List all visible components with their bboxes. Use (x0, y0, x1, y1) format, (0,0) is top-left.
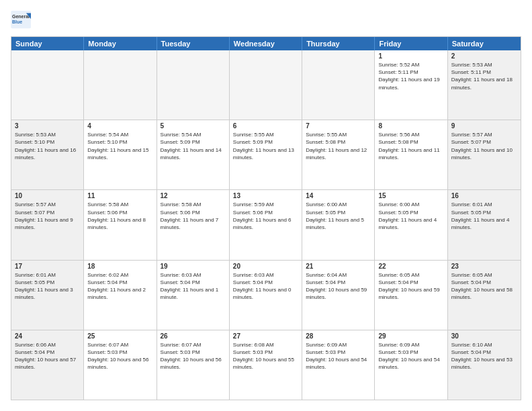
cal-cell: 4Sunrise: 5:54 AMSunset: 5:10 PMDaylight… (84, 120, 157, 189)
day-number: 3 (15, 122, 80, 130)
logo-icon: General Blue (11, 11, 32, 30)
cal-cell: 2Sunrise: 5:53 AMSunset: 5:11 PMDaylight… (448, 50, 521, 120)
day-info: Sunrise: 5:55 AMSunset: 5:08 PMDaylight:… (306, 131, 371, 161)
day-info: Sunrise: 6:09 AMSunset: 5:03 PMDaylight:… (378, 341, 443, 371)
cal-cell: 11Sunrise: 5:58 AMSunset: 5:06 PMDayligh… (84, 190, 157, 259)
header-day-monday: Monday (84, 37, 157, 50)
cal-cell: 12Sunrise: 5:58 AMSunset: 5:06 PMDayligh… (157, 190, 230, 259)
header-day-tuesday: Tuesday (157, 37, 230, 50)
day-number: 22 (378, 263, 443, 270)
day-number: 19 (161, 263, 226, 270)
day-number: 16 (451, 192, 517, 199)
cal-cell: 25Sunrise: 6:07 AMSunset: 5:03 PMDayligh… (84, 330, 157, 400)
day-number: 2 (451, 52, 517, 60)
cal-cell: 22Sunrise: 6:05 AMSunset: 5:04 PMDayligh… (375, 261, 447, 330)
cal-cell: 1Sunrise: 5:52 AMSunset: 5:11 PMDaylight… (375, 50, 447, 120)
day-info: Sunrise: 6:01 AMSunset: 5:05 PMDaylight:… (451, 201, 517, 231)
day-number: 7 (306, 122, 371, 130)
week-row-2: 3Sunrise: 5:53 AMSunset: 5:10 PMDaylight… (11, 120, 521, 190)
day-number: 6 (233, 122, 298, 130)
cal-cell: 9Sunrise: 5:57 AMSunset: 5:07 PMDaylight… (448, 120, 521, 189)
day-info: Sunrise: 5:54 AMSunset: 5:10 PMDaylight:… (87, 131, 152, 161)
day-number: 23 (451, 263, 517, 270)
day-info: Sunrise: 5:57 AMSunset: 5:07 PMDaylight:… (15, 201, 80, 231)
week-row-5: 24Sunrise: 6:06 AMSunset: 5:04 PMDayligh… (11, 330, 521, 400)
day-info: Sunrise: 6:04 AMSunset: 5:04 PMDaylight:… (306, 271, 371, 302)
day-number: 10 (15, 192, 80, 199)
cal-cell: 6Sunrise: 5:55 AMSunset: 5:09 PMDaylight… (230, 120, 302, 189)
day-info: Sunrise: 5:57 AMSunset: 5:07 PMDaylight:… (451, 131, 517, 161)
day-number: 8 (378, 122, 443, 130)
svg-text:General: General (12, 14, 30, 19)
cal-cell: 10Sunrise: 5:57 AMSunset: 5:07 PMDayligh… (11, 190, 84, 259)
day-number: 9 (451, 122, 517, 130)
day-info: Sunrise: 6:05 AMSunset: 5:04 PMDaylight:… (378, 271, 443, 302)
day-info: Sunrise: 6:02 AMSunset: 5:04 PMDaylight:… (87, 271, 152, 302)
day-info: Sunrise: 6:00 AMSunset: 5:05 PMDaylight:… (378, 201, 443, 231)
cal-cell (230, 50, 302, 120)
cal-cell: 21Sunrise: 6:04 AMSunset: 5:04 PMDayligh… (302, 261, 375, 330)
day-number: 14 (306, 192, 371, 199)
cal-cell: 20Sunrise: 6:03 AMSunset: 5:04 PMDayligh… (230, 261, 302, 330)
day-info: Sunrise: 5:55 AMSunset: 5:09 PMDaylight:… (233, 131, 298, 161)
cal-cell (302, 50, 375, 120)
day-number: 26 (161, 332, 226, 340)
header-day-thursday: Thursday (302, 37, 375, 50)
day-number: 18 (87, 263, 152, 270)
day-number: 20 (233, 263, 298, 270)
day-number: 4 (87, 122, 152, 130)
cal-cell: 30Sunrise: 6:10 AMSunset: 5:04 PMDayligh… (448, 330, 521, 400)
cal-cell: 24Sunrise: 6:06 AMSunset: 5:04 PMDayligh… (11, 330, 84, 400)
day-info: Sunrise: 6:00 AMSunset: 5:05 PMDaylight:… (306, 201, 371, 231)
day-info: Sunrise: 6:01 AMSunset: 5:05 PMDaylight:… (15, 271, 80, 302)
cal-cell: 3Sunrise: 5:53 AMSunset: 5:10 PMDaylight… (11, 120, 84, 189)
page: General Blue SundayMondayTuesdayWednesda… (0, 0, 532, 411)
day-info: Sunrise: 5:54 AMSunset: 5:09 PMDaylight:… (161, 131, 226, 161)
cal-cell: 7Sunrise: 5:55 AMSunset: 5:08 PMDaylight… (302, 120, 375, 189)
calendar-body: 1Sunrise: 5:52 AMSunset: 5:11 PMDaylight… (11, 50, 521, 400)
cal-cell (84, 50, 157, 120)
day-number: 21 (306, 263, 371, 270)
day-number: 28 (306, 332, 371, 340)
week-row-4: 17Sunrise: 6:01 AMSunset: 5:05 PMDayligh… (11, 261, 521, 330)
day-info: Sunrise: 5:59 AMSunset: 5:06 PMDaylight:… (233, 201, 298, 231)
cal-cell (157, 50, 230, 120)
day-number: 15 (378, 192, 443, 199)
day-info: Sunrise: 6:06 AMSunset: 5:04 PMDaylight:… (15, 341, 80, 371)
cal-cell: 13Sunrise: 5:59 AMSunset: 5:06 PMDayligh… (230, 190, 302, 259)
day-info: Sunrise: 6:07 AMSunset: 5:03 PMDaylight:… (161, 341, 226, 371)
day-number: 29 (378, 332, 443, 340)
cal-cell (11, 50, 84, 120)
cal-cell: 27Sunrise: 6:08 AMSunset: 5:03 PMDayligh… (230, 330, 302, 400)
day-number: 12 (161, 192, 226, 199)
day-info: Sunrise: 6:03 AMSunset: 5:04 PMDaylight:… (233, 271, 298, 302)
cal-cell: 23Sunrise: 6:05 AMSunset: 5:04 PMDayligh… (448, 261, 521, 330)
cal-cell: 16Sunrise: 6:01 AMSunset: 5:05 PMDayligh… (448, 190, 521, 259)
cal-cell: 26Sunrise: 6:07 AMSunset: 5:03 PMDayligh… (157, 330, 230, 400)
cal-cell: 15Sunrise: 6:00 AMSunset: 5:05 PMDayligh… (375, 190, 447, 259)
day-info: Sunrise: 5:58 AMSunset: 5:06 PMDaylight:… (161, 201, 226, 231)
cal-cell: 19Sunrise: 6:03 AMSunset: 5:04 PMDayligh… (157, 261, 230, 330)
day-number: 11 (87, 192, 152, 199)
day-info: Sunrise: 5:53 AMSunset: 5:10 PMDaylight:… (15, 131, 80, 161)
cal-cell: 29Sunrise: 6:09 AMSunset: 5:03 PMDayligh… (375, 330, 447, 400)
cal-cell: 5Sunrise: 5:54 AMSunset: 5:09 PMDaylight… (157, 120, 230, 189)
day-info: Sunrise: 6:09 AMSunset: 5:03 PMDaylight:… (306, 341, 371, 371)
day-number: 17 (15, 263, 80, 270)
calendar: SundayMondayTuesdayWednesdayThursdayFrid… (11, 36, 521, 400)
day-info: Sunrise: 5:56 AMSunset: 5:08 PMDaylight:… (378, 131, 443, 161)
header-day-sunday: Sunday (11, 37, 84, 50)
day-number: 13 (233, 192, 298, 199)
day-number: 25 (87, 332, 152, 340)
week-row-3: 10Sunrise: 5:57 AMSunset: 5:07 PMDayligh… (11, 190, 521, 260)
day-number: 1 (378, 52, 443, 60)
day-info: Sunrise: 5:52 AMSunset: 5:11 PMDaylight:… (378, 61, 443, 91)
day-info: Sunrise: 5:53 AMSunset: 5:11 PMDaylight:… (451, 61, 517, 91)
cal-cell: 8Sunrise: 5:56 AMSunset: 5:08 PMDaylight… (375, 120, 447, 189)
cal-cell: 14Sunrise: 6:00 AMSunset: 5:05 PMDayligh… (302, 190, 375, 259)
day-number: 27 (233, 332, 298, 340)
logo: General Blue (11, 11, 32, 30)
day-info: Sunrise: 6:10 AMSunset: 5:04 PMDaylight:… (451, 341, 517, 371)
header-day-friday: Friday (375, 37, 447, 50)
cal-cell: 17Sunrise: 6:01 AMSunset: 5:05 PMDayligh… (11, 261, 84, 330)
